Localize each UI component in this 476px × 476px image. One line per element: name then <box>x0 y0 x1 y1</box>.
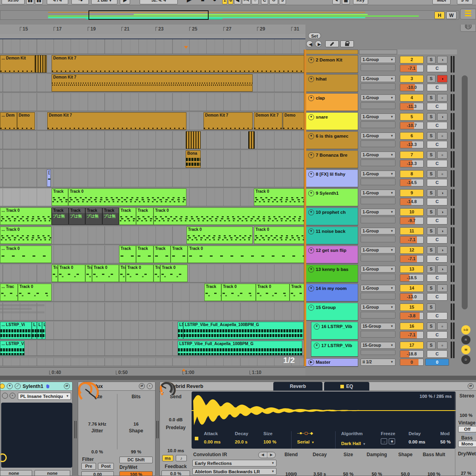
routing-empty-box[interactable] <box>361 350 395 355</box>
solo-button[interactable]: S <box>427 208 436 216</box>
track-header-10[interactable]: ▼10 prophet ch <box>305 207 358 226</box>
volume-value[interactable]: -11.3 <box>400 103 424 110</box>
track-fold-icon[interactable]: ▼ <box>314 324 320 330</box>
arm-button[interactable]: ◑ <box>437 189 447 197</box>
solo-button[interactable]: S <box>427 189 436 197</box>
routing-empty-box[interactable] <box>361 159 395 166</box>
clip[interactable]: Demon Kit 7 <box>254 112 282 130</box>
clip[interactable] <box>186 131 201 149</box>
track-lane-row[interactable] <box>0 93 305 111</box>
routing-empty-box[interactable] <box>361 293 395 299</box>
routing-empty-box[interactable] <box>361 121 395 128</box>
plugin-panel[interactable] <box>1 403 72 468</box>
track-number[interactable]: 9 <box>400 189 424 197</box>
crossfade-button[interactable]: C <box>427 236 447 244</box>
routing-selector[interactable]: 1-Group▼ <box>361 190 395 196</box>
clip[interactable] <box>248 131 255 149</box>
track-fold-icon[interactable]: ▼ <box>308 248 314 253</box>
clip[interactable]: Track 0 <box>160 265 188 282</box>
clip[interactable]: L <box>32 322 37 339</box>
routing-empty-box[interactable] <box>361 64 395 71</box>
arrangement-overview[interactable]: H W <box>0 10 459 20</box>
track-fold-icon[interactable]: ▼ <box>308 133 314 139</box>
routing-selector[interactable]: 1-Group▼ <box>361 132 395 139</box>
ir-file-dropdown[interactable]: Ableton Studio Backwards LR▼ <box>192 468 276 475</box>
rate-value[interactable]: 7.76 kHz <box>81 422 113 426</box>
track-fold-icon[interactable]: ▼ <box>308 267 314 273</box>
track-fold-icon[interactable]: ▼ <box>308 152 314 158</box>
toolbar-item[interactable]: 93.00 <box>2 0 25 4</box>
track-lane-row[interactable]: ... LSTRP_ViLLLLSLSTRP_Vibe_Full_Acapell… <box>0 322 305 340</box>
clip[interactable]: Trackプは無 <box>85 207 102 225</box>
toolbar-item[interactable]: ⌐¬ <box>242 0 251 4</box>
track-lane-row[interactable]: ... Demon KitDemon Kit 7 <box>0 55 305 73</box>
toolbar-item[interactable]: 32. 4. 4 <box>140 0 178 4</box>
track-number[interactable]: 10 <box>400 208 424 216</box>
routing-selector[interactable]: 1-Group▼ <box>361 75 395 82</box>
track-fold-icon[interactable]: ▼ <box>308 228 314 234</box>
toolbar-item[interactable]: ↻ <box>269 0 278 4</box>
track-header-16[interactable]: ▼16 LSTRP_Vib <box>311 322 358 340</box>
routing-selector[interactable]: 1-Group▼ <box>361 113 395 120</box>
toolbar-item[interactable]: 1 <box>222 0 227 4</box>
tab-reverb[interactable]: Reverb <box>273 382 322 391</box>
knob-value[interactable]: 100 % <box>420 472 447 476</box>
track-fold-icon[interactable]: ▼ <box>308 171 314 177</box>
group-fold-icon[interactable]: ≡ <box>308 305 314 311</box>
track-fold-icon[interactable]: ▼ <box>308 76 314 82</box>
routing-selector[interactable]: 1-Group▼ <box>361 266 395 273</box>
predelay-value[interactable]: 10.0 ms <box>162 448 189 453</box>
track-number[interactable]: 4 <box>400 94 424 102</box>
clip[interactable]: Track 0 <box>126 265 154 282</box>
vintage-button[interactable]: Off <box>458 426 476 432</box>
clip[interactable]: Track <box>204 284 221 301</box>
master-lane[interactable] <box>0 358 305 366</box>
clip[interactable]: ... LSTRP_Vi <box>0 341 25 355</box>
clip[interactable]: L <box>37 322 42 339</box>
routing-selector[interactable]: 1-Group▼ <box>361 56 395 63</box>
volume-value[interactable]: -18.5 <box>400 274 424 282</box>
volume-value[interactable]: -14.8 <box>400 198 424 205</box>
track-header-5[interactable]: ▼snare <box>305 112 358 131</box>
clip[interactable]: Track 0 <box>92 265 119 282</box>
decay-value[interactable]: 20.0 s <box>235 440 258 444</box>
routing-selector[interactable]: 1-Group▼ <box>361 94 395 101</box>
track-fold-icon[interactable]: ▼ <box>308 209 314 215</box>
volume-value[interactable]: -14.5 <box>400 179 424 186</box>
clip[interactable]: Track 0 <box>221 284 256 301</box>
clip[interactable]: Track <box>119 246 136 263</box>
beat-ruler[interactable]: 151719212325272931 <box>0 25 305 34</box>
clip[interactable]: L <box>42 322 46 339</box>
toolbar-item[interactable]: ◀ <box>234 0 241 4</box>
clip[interactable]: Demon Kit 7 <box>203 112 253 130</box>
knob-value[interactable]: 100/0 <box>278 472 305 476</box>
clip[interactable]: Demon Kit 7 <box>52 55 305 73</box>
track-fold-icon[interactable]: ▼ <box>308 114 314 120</box>
track-number[interactable]: 5 <box>400 113 424 121</box>
volume-value[interactable]: -18.8 <box>400 350 424 358</box>
toolbar-item[interactable]: 8 <box>228 0 233 4</box>
crossfade-button[interactable]: C <box>427 141 447 148</box>
solo-button[interactable]: S <box>427 56 436 63</box>
arm-button[interactable]: ● <box>437 342 447 349</box>
solo-button[interactable]: S <box>427 94 436 102</box>
clip[interactable]: ... Track 0 <box>0 246 52 263</box>
arm-button[interactable]: ◑ <box>437 227 447 235</box>
arm-button[interactable]: ◑ <box>437 284 447 292</box>
clip[interactable]: Track <box>154 246 171 263</box>
track-fold-icon[interactable]: ▼ <box>308 95 314 101</box>
track-number[interactable]: 17 <box>400 342 424 349</box>
toolbar-item[interactable]: MIDI <box>432 0 451 4</box>
track-fold-icon[interactable]: ▼ <box>308 190 314 196</box>
track-number[interactable]: 14 <box>400 284 424 292</box>
clip[interactable]: Track 0 <box>18 284 52 301</box>
routing-empty-box[interactable] <box>361 83 395 90</box>
toolbar-item[interactable]: C <box>261 0 268 4</box>
toolbar-item[interactable]: ▶ <box>120 0 130 4</box>
bits-value[interactable]: 16 <box>120 422 152 426</box>
track-header-12[interactable]: ▼12 get sun flip <box>305 246 358 264</box>
partial-track-header[interactable] <box>305 50 358 54</box>
clip[interactable]: LSTRP_Vibe_Full_Acapella_100BPM_G <box>183 322 303 339</box>
clip[interactable]: [ <box>47 169 51 187</box>
track-number[interactable]: 15 <box>400 303 424 311</box>
